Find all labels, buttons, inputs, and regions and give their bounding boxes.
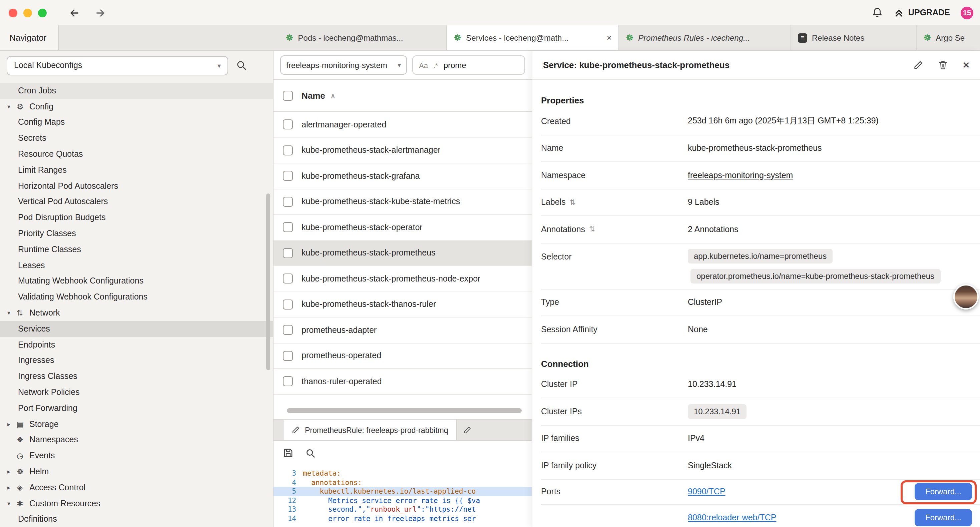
sort-updown-icon[interactable]: ⇅	[570, 198, 576, 207]
close-window-button[interactable]	[9, 8, 18, 17]
sidebar-item-config[interactable]: ▾⚙Config	[0, 99, 273, 115]
code-line[interactable]: 5 kubectl.kubernetes.io/last-applied-co	[274, 487, 532, 496]
service-row-kube-prometheus-stack-thanos-ruler[interactable]: kube-prometheus-stack-thanos-ruler	[274, 292, 532, 318]
service-row-prometheus-operated[interactable]: prometheus-operated	[274, 343, 532, 369]
sidebar-item-limit-ranges[interactable]: Limit Ranges	[0, 162, 273, 178]
tab-services-icecheng-math[interactable]: ☸Services - icecheng@math...×	[447, 25, 619, 50]
namespace-select[interactable]: freeleaps-monitoring-system ▾	[280, 56, 407, 75]
close-detail-button[interactable]: ×	[963, 59, 969, 71]
row-checkbox[interactable]	[283, 223, 293, 232]
service-row-kube-prometheus-stack-prometheus-node-expor[interactable]: kube-prometheus-stack-prometheus-node-ex…	[274, 266, 532, 292]
row-checkbox[interactable]	[283, 197, 293, 207]
maximize-window-button[interactable]	[38, 8, 47, 17]
kubeconfig-select[interactable]: Local Kubeconfigs ▾	[7, 56, 228, 75]
sidebar-item-network[interactable]: ▾⇅Network	[0, 305, 273, 321]
sidebar-item-access-control[interactable]: ▸◈Access Control	[0, 480, 273, 496]
sidebar-item-horizontal-pod-autoscalers[interactable]: Horizontal Pod Autoscalers	[0, 178, 273, 194]
chevron-down-icon[interactable]: ▾	[7, 500, 17, 507]
row-checkbox[interactable]	[283, 171, 293, 181]
service-row-kube-prometheus-stack-prometheus[interactable]: kube-prometheus-stack-prometheus	[274, 240, 532, 266]
code-line[interactable]: 3metadata:	[274, 469, 532, 478]
forward-button[interactable]: Forward...	[915, 509, 972, 526]
editor-search-icon[interactable]	[305, 448, 315, 458]
row-checkbox[interactable]	[283, 299, 293, 309]
tab-pods-icecheng-mathmas[interactable]: ☸Pods - icecheng@mathmas...	[279, 25, 447, 50]
sidebar-item-runtime-classes[interactable]: Runtime Classes	[0, 242, 273, 258]
sidebar-item-network-policies[interactable]: Network Policies	[0, 384, 273, 400]
sidebar-item-port-forwarding[interactable]: Port Forwarding	[0, 400, 273, 416]
service-row-alertmanager-operated[interactable]: alertmanager-operated	[274, 112, 532, 138]
row-checkbox[interactable]	[283, 351, 293, 361]
select-all-checkbox[interactable]	[283, 91, 293, 101]
row-checkbox[interactable]	[283, 377, 293, 387]
row-checkbox[interactable]	[283, 248, 293, 258]
service-row-kube-prometheus-stack-operator[interactable]: kube-prometheus-stack-operator	[274, 215, 532, 240]
tab-argo-se[interactable]: ☸Argo Se	[916, 25, 980, 50]
sidebar-item-namespaces[interactable]: ❖Namespaces	[0, 432, 273, 448]
chevron-down-icon[interactable]: ▾	[7, 103, 17, 110]
notification-count-badge[interactable]: 15	[961, 6, 973, 19]
sidebar-item-storage[interactable]: ▸▤Storage	[0, 416, 273, 432]
code-line[interactable]: 14 error rate in freeleaps metrics ser	[274, 514, 532, 523]
editor-tab-prometheusrule[interactable]: PrometheusRule: freeleaps-prod-rabbitmq	[283, 420, 457, 440]
chevron-right-icon[interactable]: ▸	[7, 484, 17, 491]
upgrade-button[interactable]: UPGRADE	[894, 8, 950, 18]
horizontal-scrollbar[interactable]	[287, 408, 522, 413]
sidebar-item-cron-jobs[interactable]: Cron Jobs	[0, 83, 273, 99]
yaml-editor[interactable]: 3metadata:4 annotations:5 kubectl.kubern…	[274, 465, 532, 527]
sidebar-item-priority-classes[interactable]: Priority Classes	[0, 226, 273, 242]
notifications-bell-icon[interactable]	[872, 7, 884, 19]
code-line[interactable]: 13 second.","runbook_url":"https://net	[274, 505, 532, 514]
chevron-right-icon[interactable]: ▸	[7, 468, 17, 475]
sidebar-item-ingresses[interactable]: Ingresses	[0, 353, 273, 369]
edit-service-button[interactable]	[913, 60, 923, 70]
sidebar-item-definitions[interactable]: Definitions	[0, 511, 273, 527]
service-row-kube-prometheus-stack-kube-state-metrics[interactable]: kube-prometheus-stack-kube-state-metrics	[274, 189, 532, 215]
namespace-link[interactable]: freeleaps-monitoring-system	[688, 171, 793, 180]
service-row-kube-prometheus-stack-alertmanager[interactable]: kube-prometheus-stack-alertmanager	[274, 138, 532, 164]
tab-release-notes[interactable]: ≡Release Notes	[791, 25, 916, 50]
sidebar-item-pod-disruption-budgets[interactable]: Pod Disruption Budgets	[0, 210, 273, 226]
sidebar-item-custom-resources[interactable]: ▾✱Custom Resources	[0, 495, 273, 511]
row-checkbox[interactable]	[283, 120, 293, 130]
forward-button[interactable]: Forward...	[915, 483, 972, 500]
match-case-toggle[interactable]: Aa	[419, 61, 428, 69]
name-column-header[interactable]: Name	[302, 91, 325, 101]
sort-updown-icon[interactable]: ⇅	[589, 225, 595, 234]
row-checkbox[interactable]	[283, 145, 293, 155]
row-checkbox[interactable]	[283, 274, 293, 284]
row-checkbox[interactable]	[283, 325, 293, 335]
service-row-kube-prometheus-stack-grafana[interactable]: kube-prometheus-stack-grafana	[274, 164, 532, 189]
sidebar-search-icon[interactable]	[236, 60, 247, 71]
sidebar-item-resource-quotas[interactable]: Resource Quotas	[0, 146, 273, 162]
sidebar-item-leases[interactable]: Leases	[0, 258, 273, 274]
close-tab-icon[interactable]: ×	[607, 33, 612, 43]
back-button[interactable]	[69, 7, 80, 18]
sidebar-item-mutating-webhook-configurations[interactable]: Mutating Webhook Configurations	[0, 273, 273, 289]
sidebar-scrollbar[interactable]	[266, 193, 270, 370]
sidebar-item-endpoints[interactable]: Endpoints	[0, 337, 273, 353]
tab-prometheus-rules-icecheng[interactable]: ☸Prometheus Rules - icecheng...	[619, 25, 791, 50]
forward-button[interactable]	[95, 7, 106, 18]
navigator-panel-tab[interactable]: Navigator	[0, 25, 59, 50]
service-row-thanos-ruler-operated[interactable]: thanos-ruler-operated	[274, 369, 532, 395]
port-link[interactable]: 8080:reloader-web/TCP	[688, 513, 776, 522]
sidebar-item-validating-webhook-configurations[interactable]: Validating Webhook Configurations	[0, 289, 273, 305]
editor-tab-partial[interactable]	[457, 420, 532, 440]
code-line[interactable]: 12 Metrics service error rate is {{ $va	[274, 496, 532, 505]
sort-asc-icon[interactable]: ∧	[331, 92, 336, 99]
chevron-right-icon[interactable]: ▸	[7, 420, 17, 427]
chevron-down-icon[interactable]: ▾	[7, 309, 17, 316]
sidebar-item-config-maps[interactable]: Config Maps	[0, 115, 273, 131]
sidebar-item-vertical-pod-autoscalers[interactable]: Vertical Pod Autoscalers	[0, 194, 273, 210]
filter-search-input[interactable]: Aa .* prome	[412, 56, 525, 75]
service-row-prometheus-adapter[interactable]: prometheus-adapter	[274, 318, 532, 343]
sidebar-item-ingress-classes[interactable]: Ingress Classes	[0, 369, 273, 385]
sidebar-item-helm[interactable]: ▸☸Helm	[0, 463, 273, 480]
minimize-window-button[interactable]	[23, 8, 32, 17]
delete-service-button[interactable]	[938, 60, 948, 70]
save-icon[interactable]	[283, 447, 294, 458]
sidebar-item-services[interactable]: Services	[0, 321, 273, 337]
regex-toggle[interactable]: .*	[433, 61, 438, 69]
port-link[interactable]: 9090/TCP	[688, 487, 725, 496]
